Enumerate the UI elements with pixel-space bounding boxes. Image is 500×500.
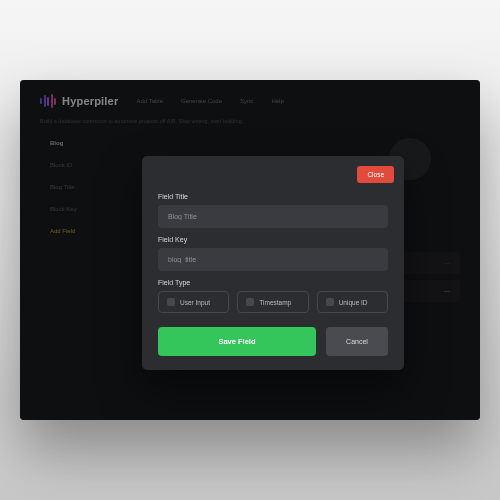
field-title-label: Field Title: [158, 193, 388, 200]
field-title-input[interactable]: [158, 205, 388, 228]
save-field-button[interactable]: Save Field: [158, 327, 316, 356]
checkbox-icon: [246, 298, 254, 306]
field-type-label: Field Type: [158, 279, 388, 286]
checkbox-icon: [167, 298, 175, 306]
option-label: Unique ID: [339, 299, 368, 306]
option-label: User Input: [180, 299, 210, 306]
option-label: Timestamp: [259, 299, 291, 306]
app-window: Hyperpiler Add Table Generate Code Sync …: [20, 80, 480, 420]
cancel-button[interactable]: Cancel: [326, 327, 388, 356]
option-timestamp[interactable]: Timestamp: [237, 291, 308, 313]
field-key-label: Field Key: [158, 236, 388, 243]
field-key-input[interactable]: [158, 248, 388, 271]
field-type-options: User Input Timestamp Unique ID: [158, 291, 388, 313]
checkbox-icon: [326, 298, 334, 306]
add-field-modal: Close Field Title Field Key Field Type U…: [142, 156, 404, 370]
option-unique-id[interactable]: Unique ID: [317, 291, 388, 313]
option-user-input[interactable]: User Input: [158, 291, 229, 313]
close-button[interactable]: Close: [357, 166, 394, 183]
